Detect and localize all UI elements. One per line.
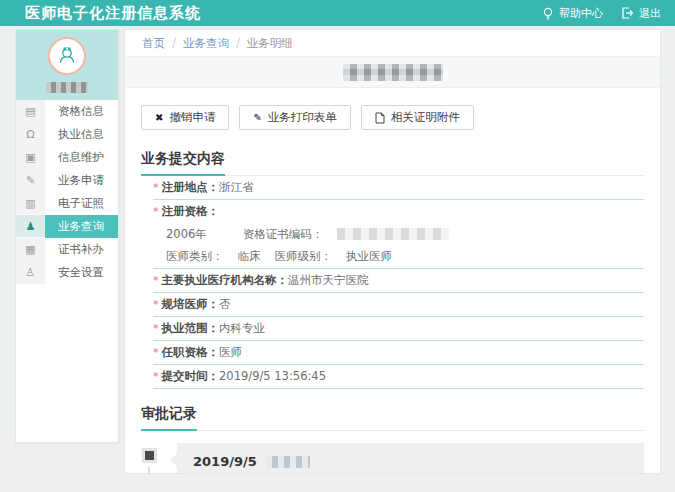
close-icon: ✖ [155, 113, 163, 123]
required-mark: * [153, 346, 159, 359]
print-form-label: 业务打印表单 [268, 110, 337, 125]
submission-section-head: 业务提交内容 [141, 148, 644, 176]
edit-icon: ✎ [16, 169, 45, 192]
image-icon: ▣ [16, 146, 45, 169]
logout-icon [621, 7, 634, 19]
qualification-year: 2006年 [166, 227, 207, 241]
attachments-label: 相关证明附件 [391, 110, 460, 125]
headset-icon: Ω [16, 123, 45, 146]
logout-link[interactable]: 退出 [621, 6, 661, 21]
required-mark: * [153, 322, 159, 335]
cancel-application-label: 撤销申请 [169, 110, 215, 125]
field-value: 医师 [219, 345, 242, 359]
approval-date-row: 2019/9/5 [193, 454, 628, 469]
approval-section-title: 审批记录 [141, 405, 197, 431]
lightbulb-icon [542, 7, 554, 20]
sidebar-item-label: 证书补办 [45, 238, 118, 261]
field-value: 2019/9/5 13:56:45 [219, 369, 326, 383]
breadcrumb-current: 业务明细 [247, 36, 293, 51]
cancel-application-button[interactable]: ✖ 撤销申请 [141, 105, 229, 130]
app-title: 医师电子化注册信息系统 [25, 4, 201, 23]
timeline-line [148, 467, 150, 474]
timeline-marker [145, 451, 154, 460]
document-icon: ▤ [16, 100, 45, 123]
qualification-cert-line: 2006年资格证书编码： [153, 223, 644, 245]
field-practice-scope: *执业范围：内科专业 [153, 317, 644, 341]
field-label: 规培医师： [162, 297, 220, 311]
sidebar-item-practice-info[interactable]: Ω 执业信息 [16, 123, 118, 146]
submission-fields: *注册地点：浙江省 *注册资格： 2006年资格证书编码： 医师类别：临床医师级… [141, 176, 644, 389]
submission-section-title: 业务提交内容 [141, 150, 225, 176]
breadcrumb: 首页 / 业务查询 / 业务明细 [125, 30, 660, 57]
app-header: 医师电子化注册信息系统 帮助中心 退出 [0, 0, 675, 26]
field-label: 提交时间： [162, 369, 220, 383]
user-profile-box [16, 30, 118, 100]
field-value: 温州市天宁医院 [288, 273, 369, 287]
timeline-rail [141, 443, 167, 474]
sidebar-item-label: 业务申请 [45, 169, 118, 192]
field-standardized-training: *规培医师：否 [153, 293, 644, 317]
redacted-approver [266, 456, 310, 468]
breadcrumb-separator: / [172, 36, 176, 50]
field-label: 执业范围： [162, 321, 220, 335]
attachments-button[interactable]: 相关证明附件 [361, 105, 474, 130]
sidebar-item-label: 资格信息 [45, 100, 118, 123]
field-label: 任职资格： [162, 345, 220, 359]
redacted-cert-code [337, 228, 449, 240]
field-registration-qualification: *注册资格： [153, 200, 644, 223]
field-value: 浙江省 [219, 180, 254, 194]
help-center-link[interactable]: 帮助中心 [542, 6, 603, 21]
sidebar-item-label: 业务查询 [45, 215, 118, 238]
sidebar-item-label: 信息维护 [45, 146, 118, 169]
sidebar-item-electronic-certificate[interactable]: ▥ 电子证照 [16, 192, 118, 215]
approval-section-head: 审批记录 [141, 403, 644, 431]
redacted-user-name [46, 82, 88, 93]
required-mark: * [153, 298, 159, 311]
print-form-button[interactable]: ✎ 业务打印表单 [239, 105, 350, 130]
sidebar-item-business-application[interactable]: ✎ 业务申请 [16, 169, 118, 192]
breadcrumb-business-query[interactable]: 业务查询 [183, 36, 229, 51]
field-label: 注册地点： [162, 180, 220, 194]
sidebar-item-business-query[interactable]: ♟ 业务查询 [16, 215, 118, 238]
sidebar-item-label: 执业信息 [45, 123, 118, 146]
required-mark: * [153, 274, 159, 287]
field-main-institution: *主要执业医疗机构名称：温州市天宁医院 [153, 269, 644, 293]
sidebar-item-security-settings[interactable]: ♙ 安全设置 [16, 261, 118, 284]
breadcrumb-home[interactable]: 首页 [142, 36, 165, 51]
user-gear-icon: ♙ [16, 261, 45, 284]
logout-label: 退出 [639, 6, 661, 21]
approval-timeline: 2019/9/5 ✔ 提交成功 [141, 443, 644, 474]
main-panel: 首页 / 业务查询 / 业务明细 ✖ 撤销申请 ✎ 业务打印表单 [124, 29, 661, 474]
redacted-business-title [343, 64, 443, 81]
header-actions: 帮助中心 退出 [542, 6, 661, 21]
approval-record-card: 2019/9/5 ✔ 提交成功 [177, 443, 644, 474]
field-submit-time: *提交时间：2019/9/5 13:56:45 [153, 365, 644, 389]
field-label: 主要执业医疗机构名称： [162, 273, 289, 287]
main-content: ✖ 撤销申请 ✎ 业务打印表单 相关证明附件 业务提交内容 [125, 105, 660, 474]
sidebar-item-certificate-reissue[interactable]: ▦ 证书补办 [16, 238, 118, 261]
sidebar-item-info-maintenance[interactable]: ▣ 信息维护 [16, 146, 118, 169]
field-value: 否 [219, 297, 231, 311]
cert-code-label: 资格证书编码： [243, 227, 324, 241]
doctor-level-label: 医师级别： [275, 249, 333, 263]
user-icon: ♟ [16, 215, 45, 238]
field-registration-location: *注册地点：浙江省 [153, 176, 644, 200]
qualification-type-line: 医师类别：临床医师级别：执业医师 [153, 245, 644, 269]
field-position-qualification: *任职资格：医师 [153, 341, 644, 365]
file-icon [375, 112, 385, 124]
help-center-label: 帮助中心 [559, 6, 603, 21]
sidebar-item-label: 安全设置 [45, 261, 118, 284]
doctor-type-label: 医师类别： [166, 249, 224, 263]
pencil-icon: ✎ [253, 113, 261, 123]
breadcrumb-separator: / [236, 36, 240, 50]
sidebar: ▤ 资格信息 Ω 执业信息 ▣ 信息维护 ✎ 业务申请 ▥ 电子证照 ♟ 业务查… [15, 29, 119, 443]
doctor-level-value: 执业医师 [346, 249, 392, 263]
certificate-icon: ▥ [16, 192, 45, 215]
sidebar-item-qualification-info[interactable]: ▤ 资格信息 [16, 100, 118, 123]
approval-date: 2019/9/5 [193, 454, 257, 469]
field-value: 内科专业 [219, 321, 265, 335]
required-mark: * [153, 205, 159, 218]
avatar[interactable] [48, 37, 86, 75]
notebook-icon: ▦ [16, 238, 45, 261]
toolbar: ✖ 撤销申请 ✎ 业务打印表单 相关证明附件 [141, 105, 644, 130]
